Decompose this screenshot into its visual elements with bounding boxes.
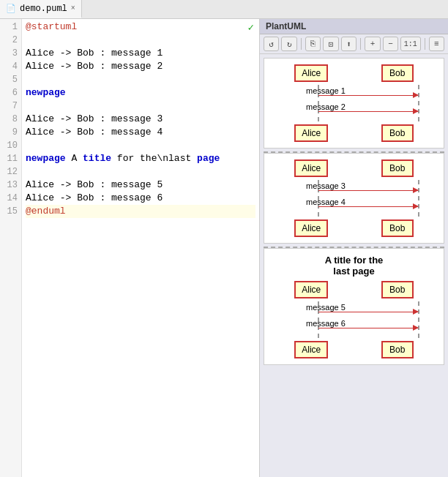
actor-alice-top-3: Alice	[294, 281, 328, 298]
seq-inner-3: A title for thelast page Alice Bob messa…	[268, 255, 440, 358]
msg-line-1-2	[318, 111, 418, 112]
menu-button[interactable]: ≡	[429, 37, 444, 51]
actor-alice-bottom-3: Alice	[294, 341, 328, 358]
refresh-forward-button[interactable]: ↻	[281, 37, 296, 51]
msg-line-1-1	[318, 95, 418, 96]
msg-arrow-3-1	[413, 309, 419, 315]
file-icon: 📄	[6, 4, 16, 13]
msg-line-2-1	[318, 190, 418, 191]
line-num-9: 9	[0, 126, 21, 139]
copy-button[interactable]: ⎘	[305, 37, 321, 51]
msg-arrow-1-1	[413, 92, 419, 98]
page-keyword: page	[197, 153, 220, 164]
tab-close-button[interactable]: ×	[71, 4, 75, 12]
actor-bob-top-1: Bob	[381, 64, 414, 82]
line-num-4: 4	[0, 60, 21, 73]
alice-arrow-5: Alice -> Bob : message 5	[26, 179, 163, 190]
diagram-page-2: Alice Bob message 3 messag	[264, 153, 444, 244]
code-line-3: Alice -> Bob : message 1	[26, 47, 255, 60]
actor-row-top-3: Alice Bob	[268, 281, 440, 298]
line-num-2: 2	[0, 34, 21, 47]
code-line-4: Alice -> Bob : message 2	[26, 60, 255, 73]
preview-content: Alice Bob message 1	[260, 54, 448, 477]
actor-row-bottom-1: Alice Bob	[268, 124, 440, 142]
alice-arrow-4: Alice -> Bob : message 4	[26, 127, 163, 138]
msg-label-3-1: message 5	[306, 303, 346, 312]
msg-line-2-2	[318, 206, 418, 207]
title-a: A	[71, 153, 83, 164]
main-content: 1 2 3 4 5 6 7 8 9 10 11 12 13 14 15 @sta…	[0, 19, 448, 477]
alice-arrow-1: Alice -> Bob : message 1	[26, 48, 163, 59]
line-num-12: 12	[0, 165, 21, 179]
code-area: 1 2 3 4 5 6 7 8 9 10 11 12 13 14 15 @sta…	[0, 19, 259, 477]
line-num-1: 1	[0, 20, 21, 34]
export-button[interactable]: ⬆	[341, 37, 356, 51]
title-keyword: title	[83, 153, 111, 164]
alice-arrow-6: Alice -> Bob : message 6	[26, 192, 163, 203]
line-num-13: 13	[0, 179, 21, 192]
newpage-keyword-2: newpage	[26, 153, 66, 164]
seq-inner-1: Alice Bob message 1	[268, 64, 440, 142]
actor-bob-bottom-1: Bob	[381, 124, 414, 142]
actor-alice-bottom-1: Alice	[294, 124, 328, 142]
line-num-5: 5	[0, 73, 21, 86]
zoom-reset-button[interactable]: 1:1	[400, 37, 420, 51]
preview-header: PlantUML	[260, 19, 448, 34]
line-num-6: 6	[0, 86, 21, 99]
preview-title: PlantUML	[266, 21, 306, 31]
msg-label-3-2: message 6	[306, 319, 346, 328]
enduml-keyword: @enduml	[26, 206, 66, 217]
msg-label-2-1: message 3	[306, 181, 346, 190]
startuml-keyword: @startuml	[26, 21, 77, 32]
line-numbers: 1 2 3 4 5 6 7 8 9 10 11 12 13 14 15	[0, 19, 22, 477]
lifeline-container-1: message 1 message 2	[268, 85, 440, 121]
refresh-back-button[interactable]: ↺	[264, 37, 279, 51]
tab-filename: demo.puml	[20, 4, 67, 14]
title-bar: 📄 demo.puml ×	[0, 0, 448, 19]
newpage-keyword-1: newpage	[26, 87, 66, 98]
code-content[interactable]: @startuml ✓ Alice -> Bob : message 1 Ali…	[22, 19, 259, 477]
msg-arrow-2-1	[413, 187, 419, 193]
toolbar-separator-1	[301, 38, 302, 50]
actor-row-top-1: Alice Bob	[268, 64, 440, 82]
preview-toolbar: ↺ ↻ ⎘ ⊡ ⬆ + − 1:1 ≡	[260, 34, 448, 54]
code-line-7	[26, 99, 255, 113]
lifeline-bob-3	[418, 301, 419, 338]
code-line-11: newpage A title for the\nlast page	[26, 152, 255, 165]
msg-line-3-2	[318, 328, 418, 328]
line-num-7: 7	[0, 99, 21, 113]
line-num-3: 3	[0, 47, 21, 60]
line-num-10: 10	[0, 139, 21, 152]
msg-label-2-2: message 4	[306, 198, 346, 206]
msg-label-1-2: message 2	[306, 102, 346, 111]
code-line-12	[26, 165, 255, 179]
actor-row-bottom-2: Alice Bob	[268, 219, 440, 237]
toolbar-separator-2	[360, 38, 361, 50]
syntax-check-icon: ✓	[248, 21, 254, 34]
editor-panel: 1 2 3 4 5 6 7 8 9 10 11 12 13 14 15 @sta…	[0, 19, 260, 477]
actor-alice-top-1: Alice	[294, 64, 328, 82]
code-line-1: @startuml ✓	[26, 20, 255, 34]
preview-panel: PlantUML ↺ ↻ ⎘ ⊡ ⬆ + − 1:1 ≡ Alice	[260, 19, 448, 477]
code-line-9: Alice -> Bob : message 4	[26, 126, 255, 139]
msg-arrow-3-2	[413, 325, 419, 331]
code-line-6: newpage	[26, 86, 255, 99]
save-button[interactable]: ⊡	[323, 37, 338, 51]
lifeline-bob-2	[418, 180, 419, 217]
code-line-2	[26, 34, 255, 47]
seq-inner-2: Alice Bob message 3 messag	[268, 159, 440, 237]
page-3-title: A title for thelast page	[268, 255, 440, 277]
alice-arrow-3: Alice -> Bob : message 3	[26, 113, 163, 124]
actor-bob-bottom-2: Bob	[381, 219, 414, 237]
line-num-8: 8	[0, 113, 21, 126]
zoom-out-button[interactable]: −	[383, 37, 398, 51]
msg-line-3-1	[318, 312, 418, 312]
msg-arrow-2-2	[413, 203, 419, 209]
alice-arrow-2: Alice -> Bob : message 2	[26, 61, 163, 72]
code-line-8: Alice -> Bob : message 3	[26, 113, 255, 126]
actor-bob-top-3: Bob	[381, 281, 414, 298]
zoom-in-button[interactable]: +	[365, 37, 380, 51]
code-line-5	[26, 73, 255, 86]
actor-alice-bottom-2: Alice	[294, 219, 328, 237]
file-tab[interactable]: 📄 demo.puml ×	[0, 0, 82, 18]
